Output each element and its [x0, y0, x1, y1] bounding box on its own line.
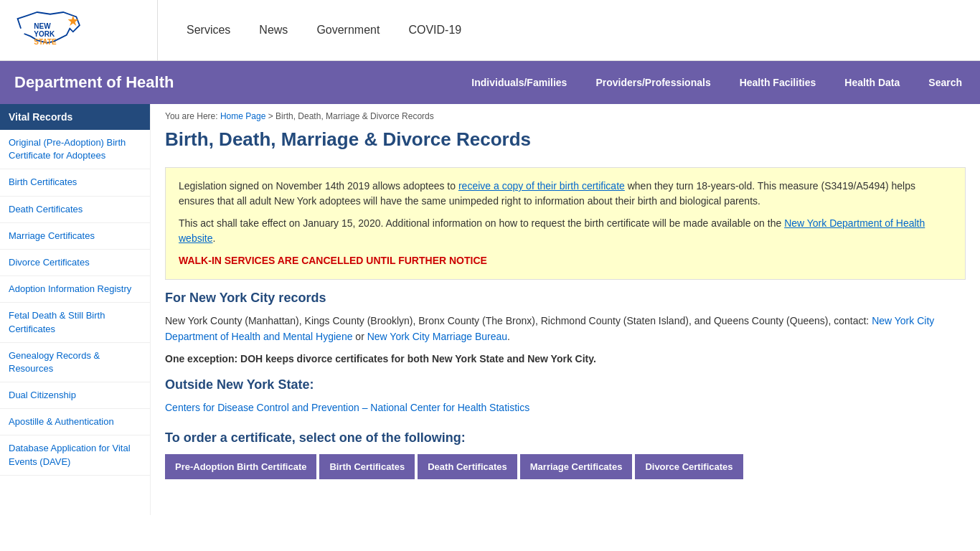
info-para-2-start: This act shall take effect on January 15…: [179, 217, 784, 229]
btn-marriage-cert[interactable]: Marriage Certificates: [520, 454, 633, 479]
nyc-text-end: .: [507, 331, 510, 342]
sidebar-heading: Vital Records: [0, 104, 150, 130]
sidebar-item-dual-citizenship[interactable]: Dual Citizenship: [0, 382, 150, 409]
search-link[interactable]: Search: [925, 64, 966, 101]
fetal-death-link[interactable]: Fetal Death & Still Birth Certificates: [0, 303, 150, 342]
sidebar-item-dave[interactable]: Database Application for Vital Events (D…: [0, 435, 150, 475]
nyc-section-text: New York County (Manhattan), Kings Count…: [165, 313, 966, 345]
top-nav-links: Services News Government COVID-19: [158, 24, 461, 37]
marriage-cert-link[interactable]: Marriage Certificates: [0, 223, 150, 249]
sidebar-item-birth-cert[interactable]: Birth Certificates: [0, 169, 150, 196]
dual-citizenship-link[interactable]: Dual Citizenship: [0, 382, 150, 408]
covid19-link[interactable]: COVID-19: [408, 24, 461, 37]
ny-logo-svg: NEW YORK STATE: [14, 9, 86, 52]
btn-divorce-cert[interactable]: Divorce Certificates: [635, 454, 743, 479]
sidebar-item-divorce-cert[interactable]: Divorce Certificates: [0, 250, 150, 276]
info-box: Legislation signed on November 14th 2019…: [165, 167, 966, 280]
pre-adoption-link[interactable]: Original (Pre-Adoption) Birth Certificat…: [0, 130, 150, 169]
breadcrumb-current: Birth, Death, Marriage & Divorce Records: [275, 111, 434, 121]
page-title: Birth, Death, Marriage & Divorce Records: [165, 128, 966, 156]
dept-header: Department of Health Individuals/Familie…: [0, 61, 980, 104]
page-layout: Vital Records Original (Pre-Adoption) Bi…: [0, 104, 980, 515]
health-data-link[interactable]: Health Data: [841, 64, 903, 101]
dept-title: Department of Health: [14, 73, 215, 92]
cert-order-section: To order a certificate, select one of th…: [165, 430, 966, 479]
sidebar-item-marriage-cert[interactable]: Marriage Certificates: [0, 223, 150, 250]
nyc-marriage-bureau-link[interactable]: New York City Marriage Bureau: [367, 331, 507, 342]
breadcrumb-home[interactable]: Home Page: [220, 111, 265, 121]
government-link[interactable]: Government: [316, 24, 380, 37]
btn-death-cert[interactable]: Death Certificates: [418, 454, 517, 479]
apostille-link[interactable]: Apostille & Authentication: [0, 409, 150, 435]
nyc-exception-text: One exception: DOH keeps divorce certifi…: [165, 351, 966, 367]
nyc-text-start: New York County (Manhattan), Kings Count…: [165, 315, 872, 326]
outside-ny-heading: Outside New York State:: [165, 377, 966, 392]
nyc-section: For New York City records New York Count…: [165, 291, 966, 367]
outside-ny-text: Centers for Disease Control and Preventi…: [165, 400, 966, 415]
sidebar: Vital Records Original (Pre-Adoption) Bi…: [0, 104, 151, 515]
svg-text:NEW: NEW: [34, 22, 51, 30]
info-para-2: This act shall take effect on January 15…: [179, 216, 952, 246]
sidebar-item-pre-adoption[interactable]: Original (Pre-Adoption) Birth Certificat…: [0, 130, 150, 169]
breadcrumb: You are Here: Home Page > Birth, Death, …: [165, 111, 966, 121]
providers-professionals-link[interactable]: Providers/Professionals: [592, 64, 714, 101]
sidebar-item-adoption-registry[interactable]: Adoption Information Registry: [0, 276, 150, 303]
svg-text:STATE: STATE: [34, 38, 57, 46]
divorce-cert-link[interactable]: Divorce Certificates: [0, 250, 150, 276]
birth-cert-copy-link[interactable]: receive a copy of their birth certificat…: [458, 180, 625, 192]
sidebar-item-genealogy[interactable]: Genealogy Records & Resources: [0, 343, 150, 382]
svg-text:YORK: YORK: [34, 30, 55, 38]
info-para-1-start: Legislation signed on November 14th 2019…: [179, 180, 458, 192]
logo-area: NEW YORK STATE: [14, 0, 158, 60]
news-link[interactable]: News: [259, 24, 288, 37]
dept-nav: Individuals/Families Providers/Professio…: [215, 64, 966, 101]
nyc-text-mid: or: [352, 331, 367, 342]
breadcrumb-prefix: You are Here:: [165, 111, 220, 121]
sidebar-item-apostille[interactable]: Apostille & Authentication: [0, 409, 150, 435]
cert-order-heading: To order a certificate, select one of th…: [165, 430, 966, 446]
walk-in-notice: WALK-IN SERVICES ARE CANCELLED UNTIL FUR…: [179, 253, 952, 268]
outside-ny-section: Outside New York State: Centers for Dise…: [165, 377, 966, 415]
cdc-nchs-link[interactable]: Centers for Disease Control and Preventi…: [165, 402, 529, 413]
death-cert-link[interactable]: Death Certificates: [0, 197, 150, 222]
nyc-section-heading: For New York City records: [165, 291, 966, 306]
info-para-1: Legislation signed on November 14th 2019…: [179, 179, 952, 209]
dave-link[interactable]: Database Application for Vital Events (D…: [0, 435, 150, 474]
birth-cert-link[interactable]: Birth Certificates: [0, 169, 150, 195]
services-link[interactable]: Services: [187, 24, 230, 37]
btn-birth-cert[interactable]: Birth Certificates: [319, 454, 415, 479]
sidebar-item-fetal-death[interactable]: Fetal Death & Still Birth Certificates: [0, 303, 150, 342]
btn-pre-adoption-cert[interactable]: Pre-Adoption Birth Certificate: [165, 454, 316, 479]
top-navigation: NEW YORK STATE Services News Government …: [0, 0, 980, 61]
adoption-registry-link[interactable]: Adoption Information Registry: [0, 276, 150, 302]
individuals-families-link[interactable]: Individuals/Families: [468, 64, 570, 101]
genealogy-link[interactable]: Genealogy Records & Resources: [0, 343, 150, 382]
cert-buttons: Pre-Adoption Birth Certificate Birth Cer…: [165, 454, 966, 479]
breadcrumb-separator: >: [268, 111, 275, 121]
health-facilities-link[interactable]: Health Facilities: [736, 64, 820, 101]
sidebar-item-death-cert[interactable]: Death Certificates: [0, 197, 150, 223]
info-para-2-end: .: [212, 232, 215, 244]
main-content: You are Here: Home Page > Birth, Death, …: [151, 104, 980, 515]
ny-state-logo: NEW YORK STATE: [14, 9, 86, 52]
